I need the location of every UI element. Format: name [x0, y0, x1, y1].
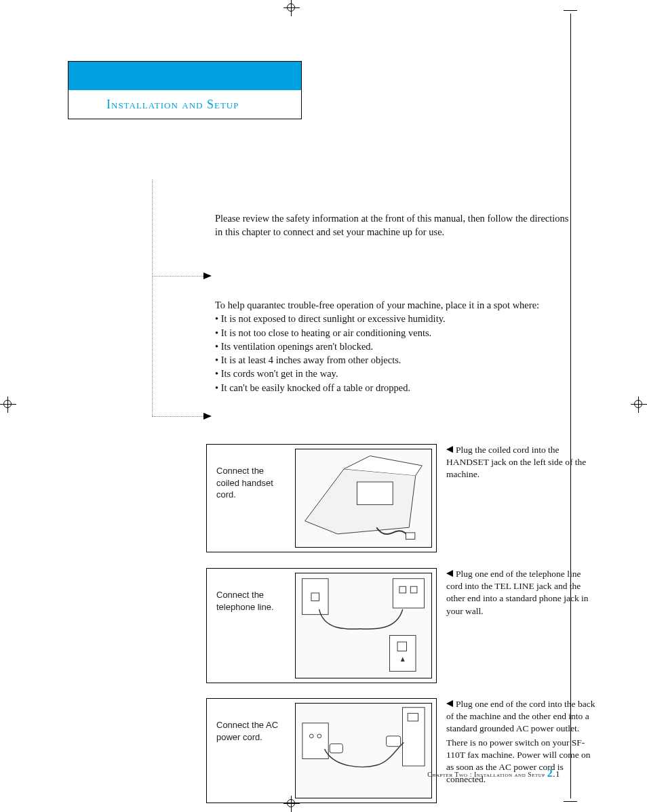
triangle-bullet-icon [446, 446, 453, 453]
step-box-power: Connect the AC power cord. [206, 698, 437, 803]
page-number-minor: .1 [553, 769, 560, 779]
page-trim-right [570, 14, 571, 798]
bullet-item: • Its ventilation openings aren't blocke… [215, 340, 574, 353]
bullet-item: • It can't be easily knocked off a table… [215, 381, 574, 394]
chapter-title: Installation and Setup [68, 90, 301, 119]
chapter-header: Installation and Setup [68, 61, 302, 119]
bullet-item: • It is not exposed to direct sunlight o… [215, 312, 574, 325]
placement-guidelines: To help quarantec trouble-free operation… [215, 298, 574, 394]
triangle-bullet-icon [446, 570, 453, 577]
svg-rect-1 [357, 482, 393, 505]
svg-rect-11 [302, 723, 328, 759]
bullet-item: • Its cords won't get in the way. [215, 367, 574, 380]
svg-rect-16 [330, 744, 342, 752]
bullet-item: • It is at least 4 inches away from othe… [215, 353, 574, 367]
page-footer: Chapter Two : Installation and Setup 2.1 [427, 767, 560, 779]
diagram-ac-power [295, 703, 432, 798]
crop-mark-right [631, 397, 647, 413]
intro-paragraph: Please review the safety information at … [215, 211, 574, 239]
step-box-telephone: Connect the telephone line. [206, 568, 437, 683]
svg-rect-4 [311, 593, 319, 601]
step-description: Plug the coiled cord into the HANDSET ja… [446, 444, 597, 481]
triangle-bullet-icon [446, 700, 453, 707]
guidelines-lead: To help quarantec trouble-free operation… [215, 298, 574, 312]
arrow-icon [203, 272, 212, 279]
bullet-item: • It is not too close to heating or air … [215, 326, 574, 340]
crop-mark-left [0, 397, 16, 413]
diagram-telephone-line [295, 573, 432, 678]
connector-vertical [152, 180, 153, 416]
svg-rect-9 [397, 642, 406, 651]
crop-mark-top [283, 0, 300, 16]
step-label: Connect the coiled handset cord. [207, 445, 295, 552]
connector-h2 [152, 416, 205, 417]
step-label: Connect the telephone line. [207, 569, 295, 683]
svg-rect-7 [410, 586, 417, 593]
svg-rect-8 [390, 635, 416, 671]
header-blue-bar [68, 62, 301, 90]
step-label: Connect the AC power cord. [207, 699, 295, 803]
footer-chapter: Chapter Two : Installation and Setup [427, 771, 545, 778]
diagram-handset-cord [295, 449, 432, 548]
step-description: Plug one end of the telephone line cord … [446, 568, 597, 617]
svg-rect-6 [399, 586, 406, 593]
svg-rect-17 [387, 736, 401, 746]
page-number-major: 2 [547, 767, 553, 779]
svg-rect-2 [406, 533, 414, 540]
arrow-icon [203, 413, 212, 420]
connector-h1 [152, 276, 205, 277]
svg-rect-5 [393, 579, 424, 608]
step-box-handset: Connect the coiled handset cord. [206, 444, 437, 552]
svg-rect-15 [408, 713, 418, 721]
